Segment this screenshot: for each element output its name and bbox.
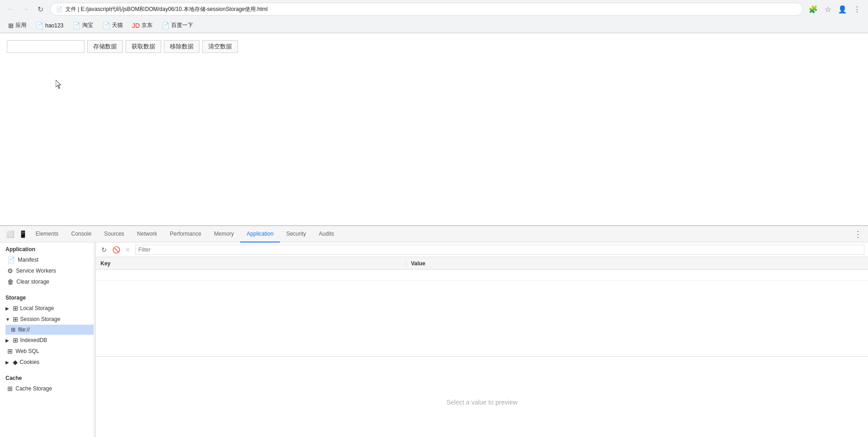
tab-console[interactable]: Console (65, 226, 98, 242)
data-input[interactable] (7, 40, 84, 53)
clear-all-btn[interactable]: 🚫 (111, 245, 121, 254)
bookmark-tmall[interactable]: 📄 天猫 (99, 20, 126, 31)
bookmarks-bar: ⊞ 应用 📄 hao123 📄 淘宝 📄 天猫 JD 京东 📄 百度一下 (0, 18, 868, 33)
title-bar: ← → ↻ 📄 文件 | E:/javascript代码/jsBOM和DOM/d… (0, 0, 868, 18)
sidebar-service-workers-label: Service Workers (16, 268, 56, 274)
tab-sources[interactable]: Sources (98, 226, 131, 242)
profile-btn[interactable]: 👤 (836, 3, 849, 16)
tab-audits[interactable]: Audits (312, 226, 340, 242)
sidebar-item-service-workers[interactable]: ⚙ Service Workers (0, 265, 95, 276)
refresh-storage-btn[interactable]: ↻ (100, 245, 109, 254)
file-storage-icon: ⊞ (11, 326, 16, 333)
tab-security-label: Security (286, 231, 306, 237)
table-header-key: Key (96, 260, 406, 267)
clear-data-button[interactable]: 清空数据 (202, 40, 238, 53)
cookies-icon: ◆ (13, 358, 18, 366)
sidebar-item-clear-storage[interactable]: 🗑 Clear storage (0, 276, 95, 287)
websql-icon: ⊞ (7, 347, 13, 355)
sidebar-clear-storage-label: Clear storage (16, 279, 49, 285)
table-header-value: Value (406, 260, 868, 267)
page-controls: 存储数据 获取数据 移除数据 清空数据 (7, 40, 861, 53)
table-header: Key Value (96, 257, 868, 270)
sidebar-group-cookies[interactable]: ▶ ◆ Cookies (0, 357, 95, 368)
table-body (96, 270, 868, 356)
tab-application[interactable]: Application (240, 226, 280, 242)
sidebar-item-websql[interactable]: ⊞ Web SQL (0, 346, 95, 357)
tab-memory-label: Memory (214, 231, 234, 237)
tab-security[interactable]: Security (280, 226, 312, 242)
bookmark-taobao-label: 淘宝 (82, 21, 93, 29)
remove-data-button[interactable]: 移除数据 (164, 40, 200, 53)
local-storage-icon: ⊞ (13, 305, 18, 312)
tab-elements[interactable]: Elements (29, 226, 65, 242)
sidebar-group-indexeddb[interactable]: ▶ ⊞ IndexedDB (0, 335, 95, 346)
sidebar-session-storage-label: Session Storage (20, 316, 60, 322)
local-storage-chevron: ▶ (5, 306, 11, 311)
get-data-button[interactable]: 获取数据 (126, 40, 161, 53)
bookmark-apps-label: 应用 (16, 21, 26, 29)
favorites-btn[interactable]: ☆ (821, 3, 834, 16)
sidebar-file-label: file:// (18, 326, 30, 333)
mouse-cursor (56, 80, 63, 90)
reload-button[interactable]: ↻ (34, 3, 47, 16)
sidebar-item-manifest[interactable]: 📄 Manifest (0, 254, 95, 265)
sidebar-manifest-label: Manifest (18, 257, 38, 263)
address-text: 文件 | E:/javascript代码/jsBOM和DOM/day06/10.… (65, 5, 268, 13)
tab-network[interactable]: Network (131, 226, 163, 242)
tab-audits-label: Audits (319, 231, 334, 237)
panel-toolbar: ↻ 🚫 ✕ (96, 242, 868, 257)
tab-console-label: Console (71, 231, 91, 237)
nav-buttons: ← → ↻ (5, 3, 47, 16)
devtools-body: Application 📄 Manifest ⚙ Service Workers… (0, 242, 868, 437)
delete-selected-btn[interactable]: ✕ (123, 245, 132, 254)
tab-performance[interactable]: Performance (163, 226, 208, 242)
bookmark-hao123[interactable]: 📄 hao123 (32, 21, 67, 31)
cache-section: Cache ⊞ Cache Storage (0, 371, 95, 394)
extension-btn[interactable]: 🧩 (807, 3, 820, 16)
service-workers-icon: ⚙ (7, 267, 13, 274)
address-bar[interactable]: 📄 文件 | E:/javascript代码/jsBOM和DOM/day06/1… (50, 3, 803, 16)
sidebar-local-storage-label: Local Storage (20, 305, 54, 311)
menu-btn[interactable]: ⋮ (851, 3, 863, 16)
sidebar-item-file[interactable]: ⊞ file:// (5, 325, 95, 335)
sidebar-item-cache-storage[interactable]: ⊞ Cache Storage (0, 383, 95, 394)
bookmark-jd[interactable]: JD 京东 (128, 20, 156, 31)
bookmark-apps[interactable]: ⊞ 应用 (5, 20, 30, 31)
main-panel: ↻ 🚫 ✕ Key Value (96, 242, 868, 437)
taobao-icon: 📄 (73, 22, 80, 29)
sidebar-scrollbar[interactable] (94, 242, 95, 437)
back-button[interactable]: ← (5, 3, 17, 16)
table-row[interactable] (96, 270, 868, 281)
storage-section: Storage ▶ ⊞ Local Storage ▼ ⊞ Session St… (0, 291, 95, 368)
store-data-button[interactable]: 存储数据 (87, 40, 123, 53)
sidebar-section-storage: Storage (0, 291, 95, 303)
sidebar-group-local-storage[interactable]: ▶ ⊞ Local Storage (0, 303, 95, 314)
forward-button[interactable]: → (19, 3, 32, 16)
sidebar-group-session-storage[interactable]: ▼ ⊞ Session Storage (0, 314, 95, 325)
jd-icon: JD (132, 22, 140, 29)
tmall-icon: 📄 (102, 22, 110, 29)
device-toolbar-btn[interactable]: 📱 (16, 228, 29, 241)
devtools-tabs: ⬜ 📱 Elements Console Sources Network Per… (0, 226, 868, 242)
filter-input[interactable] (135, 245, 864, 255)
clear-storage-icon: 🗑 (7, 278, 14, 285)
bookmark-jd-label: 京东 (142, 21, 153, 29)
cookies-chevron: ▶ (5, 360, 11, 365)
sidebar-indexeddb-label: IndexedDB (20, 337, 47, 343)
bookmark-baidu[interactable]: 📄 百度一下 (158, 20, 197, 31)
tab-elements-label: Elements (36, 231, 58, 237)
sidebar-section-application: Application (0, 242, 95, 254)
file-icon: 📄 (56, 6, 63, 12)
sidebar-cookies-label: Cookies (20, 359, 39, 365)
bookmark-taobao[interactable]: 📄 淘宝 (69, 20, 97, 31)
sidebar-cache-storage-label: Cache Storage (16, 385, 52, 392)
session-storage-children: ⊞ file:// (0, 325, 95, 335)
tab-memory[interactable]: Memory (208, 226, 240, 242)
bookmark-hao123-label: hao123 (45, 22, 63, 29)
inspect-element-btn[interactable]: ⬜ (4, 228, 16, 241)
more-tabs-btn[interactable]: ⋮ (852, 228, 864, 241)
session-storage-chevron: ▼ (5, 317, 11, 322)
bookmark-tmall-label: 天猫 (112, 21, 123, 29)
preview-text: Select a value to preview (447, 399, 518, 406)
tab-sources-label: Sources (104, 231, 124, 237)
